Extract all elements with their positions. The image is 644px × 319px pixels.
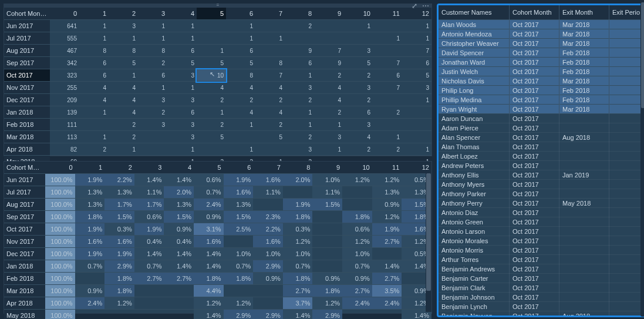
cohort-pct-cell[interactable] xyxy=(224,236,254,248)
cohort-value-cell[interactable] xyxy=(255,143,285,156)
cohort-value-cell[interactable]: 6 xyxy=(373,69,402,82)
cohort-pct-cell[interactable]: 0.9% xyxy=(372,199,402,211)
cohort-pct-cell[interactable] xyxy=(312,223,342,236)
scrollbar-outer[interactable] xyxy=(640,2,644,317)
cohort-value-cell[interactable]: 3 xyxy=(285,143,314,156)
cohort-pct-cell[interactable]: 100.0% xyxy=(45,310,75,320)
cohort-value-cell[interactable]: 5 xyxy=(197,57,226,69)
cohort-value-cell[interactable]: 4 xyxy=(255,82,285,94)
cohort-pct-cell[interactable]: 0.7% xyxy=(283,260,313,273)
period-header[interactable]: 1 xyxy=(75,162,105,174)
cohort-value-cell[interactable]: 555 xyxy=(50,32,79,45)
table-row[interactable]: Phillip MedinaOct 2017Feb 20185 xyxy=(439,95,644,105)
cohort-pct-cell[interactable]: 0.9% xyxy=(253,273,283,285)
cohort-pct-cell[interactable]: 1.5% xyxy=(164,211,194,223)
cohort-pct-cell[interactable] xyxy=(75,273,105,285)
cohort-pct-cell[interactable]: 1.1% xyxy=(253,186,283,199)
cohort-value-cell[interactable] xyxy=(402,119,431,131)
table-row[interactable]: Benjamin NguyenOct 2017Aug 2018 xyxy=(439,311,644,318)
table-row[interactable]: Antonio MorrisOct 2017 xyxy=(439,246,644,255)
cohort-pct-cell[interactable] xyxy=(134,285,164,297)
table-row[interactable]: Antonio MoralesOct 2017 xyxy=(439,236,644,246)
cohort-row-label[interactable]: Jan 2018 xyxy=(4,106,50,119)
cohort-value-cell[interactable]: 1 xyxy=(167,32,197,45)
cohort-value-cell[interactable]: 2 xyxy=(343,69,373,82)
exit-period-header[interactable]: Exit Period▼ xyxy=(609,5,645,20)
cohort-value-cell[interactable]: 1 xyxy=(314,143,343,156)
cohort-row-label[interactable]: Sep 2017 xyxy=(4,57,50,69)
table-row[interactable]: Benjamin ClarkOct 2017 xyxy=(439,283,644,293)
cohort-pct-cell[interactable] xyxy=(312,248,342,260)
period-header[interactable]: 9 xyxy=(312,162,342,174)
cohort-value-cell[interactable]: 8 xyxy=(79,45,109,57)
cohort-pct-cell[interactable]: 100.0% xyxy=(45,236,75,248)
cohort-value-cell[interactable]: 6 xyxy=(79,57,109,69)
cohort-value-cell[interactable]: 82 xyxy=(50,143,79,156)
cohort-pct-cell[interactable]: 1.2% xyxy=(342,174,372,186)
cohort-pct-cell[interactable]: 100.0% xyxy=(45,248,75,260)
cohort-value-cell[interactable]: 1 xyxy=(402,20,431,32)
cohort-value-cell[interactable]: 4 xyxy=(314,94,343,106)
cohort-pct-cell[interactable] xyxy=(164,285,194,297)
cohort-pct-cell[interactable]: 1.2% xyxy=(224,297,254,310)
cohort-value-cell[interactable] xyxy=(343,32,373,45)
cohort-pct-cell[interactable]: 1.4% xyxy=(283,310,313,320)
cohort-value-cell[interactable]: 3 xyxy=(167,119,197,131)
period-header[interactable]: 10 xyxy=(343,8,373,20)
cohort-value-cell[interactable]: 7 xyxy=(314,45,343,57)
cohort-value-cell[interactable]: 4 xyxy=(197,82,226,94)
cohort-pct-cell[interactable] xyxy=(283,186,313,199)
cohort-row-label[interactable]: Feb 2018 xyxy=(4,273,45,285)
cohort-row-label[interactable]: Mar 2018 xyxy=(4,131,50,143)
table-row[interactable]: Alan ThomasOct 2017 xyxy=(439,142,644,152)
period-header[interactable]: 12 xyxy=(402,162,431,174)
cohort-pct-cell[interactable]: 1.8% xyxy=(283,211,313,223)
cohort-pct-cell[interactable]: 1.4% xyxy=(164,174,194,186)
cohort-value-cell[interactable] xyxy=(373,45,402,57)
period-header[interactable]: 7 xyxy=(253,162,283,174)
cohort-value-cell[interactable]: 209 xyxy=(50,94,79,106)
cohort-row-label[interactable]: Nov 2017 xyxy=(4,236,45,248)
cohort-pct-cell[interactable]: 1.2% xyxy=(372,174,402,186)
cohort-value-cell[interactable] xyxy=(373,119,402,131)
cohort-value-cell[interactable]: 6 xyxy=(167,45,197,57)
cohort-pct-cell[interactable]: 1.6% xyxy=(194,236,224,248)
cohort-value-cell[interactable]: 4 xyxy=(255,106,285,119)
cohort-pct-cell[interactable]: 100.0% xyxy=(45,223,75,236)
period-header[interactable]: 8 xyxy=(283,162,313,174)
cohort-value-cell[interactable]: 7 xyxy=(402,45,431,57)
cohort-value-cell[interactable]: 111 xyxy=(50,119,79,131)
cohort-value-cell[interactable]: 1 xyxy=(226,20,255,32)
cohort-value-cell[interactable]: 3 xyxy=(138,94,167,106)
cohort-value-cell[interactable]: 3 xyxy=(167,131,197,143)
cohort-pct-cell[interactable]: 0.7% xyxy=(342,260,372,273)
cohort-pct-cell[interactable]: 2.9% xyxy=(312,310,342,320)
cohort-row-label[interactable]: Oct 2017 xyxy=(4,223,45,236)
cohort-value-cell[interactable] xyxy=(79,119,109,131)
period-header[interactable]: 5 xyxy=(194,162,224,174)
cohort-pct-cell[interactable]: 1.9% xyxy=(224,174,254,186)
cohort-pct-cell[interactable]: 1.2% xyxy=(283,236,313,248)
cohort-pct-cell[interactable] xyxy=(253,199,283,211)
cohort-pct-cell[interactable]: 2.0% xyxy=(164,186,194,199)
cohort-value-cell[interactable]: 2 xyxy=(285,94,314,106)
cohort-pct-cell[interactable]: 100.0% xyxy=(45,186,75,199)
cohort-pct-cell[interactable]: 1.6% xyxy=(224,186,254,199)
cohort-pct-cell[interactable]: 2.4% xyxy=(194,199,224,211)
cohort-pct-cell[interactable]: 100.0% xyxy=(45,211,75,223)
table-row[interactable]: Aaron DuncanOct 2017 xyxy=(439,114,644,123)
table-row[interactable]: Benjamin AndrewsOct 2017 xyxy=(439,264,644,274)
cohort-pct-cell[interactable]: 2.2% xyxy=(253,223,283,236)
cohort-value-cell[interactable]: 6 xyxy=(79,69,109,82)
cohort-value-cell[interactable]: 9 xyxy=(285,45,314,57)
cohort-pct-cell[interactable] xyxy=(312,236,342,248)
cohort-row-label[interactable]: Jun 2017 xyxy=(4,174,45,186)
cohort-value-cell[interactable]: 1 xyxy=(373,131,402,143)
cohort-row-label[interactable]: Jan 2018 xyxy=(4,260,45,273)
cohort-value-cell[interactable]: 4 xyxy=(314,82,343,94)
cohort-value-cell[interactable]: 2 xyxy=(197,94,226,106)
cohort-pct-cell[interactable]: 2.5% xyxy=(224,223,254,236)
cohort-pct-cell[interactable]: 1.7% xyxy=(134,199,164,211)
cohort-value-cell[interactable]: 2 xyxy=(226,94,255,106)
cohort-pct-cell[interactable]: 1.3% xyxy=(75,186,105,199)
